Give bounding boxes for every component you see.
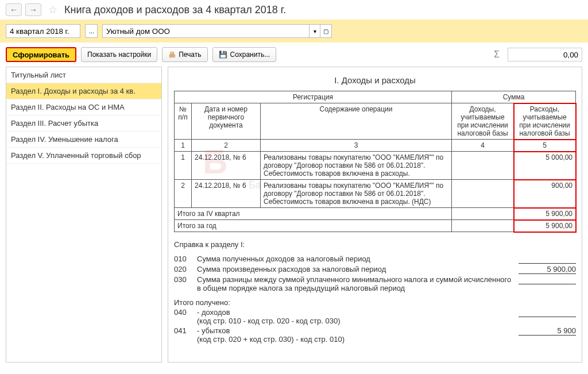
sp-code: 040 [174,308,197,317]
favorite-star-icon[interactable]: ☆ [48,3,57,16]
sum-field[interactable] [508,48,582,61]
forward-button[interactable]: → [25,3,41,16]
col-number: 5 [514,140,576,152]
th-op: Содержание операции [261,103,452,140]
cell-expense: 900,00 [514,180,576,208]
save-button[interactable]: Сохранить... [212,47,277,62]
sidebar-item[interactable]: Раздел V. Уплаченный торговый сбор [6,148,161,164]
total-expense: 5 900,00 [514,220,576,232]
cell-date: 24.12.2018, № 6 [192,152,261,180]
total-income [452,220,514,232]
cell-op: Реализованы товары покупателю "ООО "КАМЕ… [261,152,452,180]
sp-code: 030 [174,275,197,284]
cell-income [452,152,514,180]
total-label: Итого за IV квартал [175,208,452,220]
organization-input[interactable] [102,24,309,38]
th-income: Доходы, учитываемые при исчислении налог… [452,103,514,140]
sp-value [519,308,576,317]
th-registration: Регистрация [175,91,452,103]
sp-value [519,255,576,264]
sp-text: Сумма полученных доходов за налоговый пе… [197,255,519,263]
table-total-row: Итого за год5 900,00 [175,220,576,232]
cell-num: 1 [175,152,192,180]
period-input[interactable] [6,24,80,38]
sidebar: Титульный листРаздел I. Доходы и расходы… [6,67,162,363]
sp-value: 5 900 [519,326,576,336]
col-number: 3 [261,140,452,152]
sp-text: - доходов(код стр. 010 - код стр. 020 - … [197,308,519,325]
sidebar-item[interactable]: Раздел II. Расходы на ОС и НМА [6,99,161,115]
spravka-row: 010Сумма полученных доходов за налоговый… [174,255,576,264]
cell-date: 24.12.2018, № 6 [192,180,261,208]
table-total-row: Итого за IV квартал5 900,00 [175,208,576,220]
itogo-label: Итого получено: [174,298,576,307]
total-expense: 5 900,00 [514,208,576,220]
report-content: Б Ба I. Доходы и расходы Регистрация Сум… [168,67,582,363]
th-sum: Сумма [452,91,576,103]
spravka-row: 020Сумма произведенных расходов за налог… [174,265,576,274]
spravka-row: 041- убытков(код стр. 020 + код стр. 030… [174,326,576,344]
sidebar-item[interactable]: Раздел III. Расчет убытка [6,115,161,132]
sp-code: 041 [174,326,197,335]
sp-value [519,275,576,284]
spravka-title: Справка к разделу I: [174,240,576,249]
spravka-row: 030Сумма разницы между суммой уплаченног… [174,275,576,292]
col-number: 2 [192,140,261,152]
sidebar-item[interactable]: Раздел I. Доходы и расходы за 4 кв. [6,83,161,99]
col-number: 1 [175,140,192,152]
sidebar-item[interactable]: Титульный лист [6,67,161,83]
kudir-table: Регистрация Сумма № п/п Дата и номер пер… [174,91,576,232]
sigma-icon: Σ [494,49,500,60]
cell-expense: 5 000,00 [514,152,576,180]
sp-text: Сумма разницы между суммой уплаченного м… [197,275,519,292]
show-settings-button[interactable]: Показать настройки [81,47,157,62]
back-button[interactable]: ← [6,3,22,16]
sp-value: 5 900,00 [519,265,576,274]
cell-income [452,180,514,208]
sp-code: 010 [174,255,197,263]
organization-open-button[interactable]: ▢ [320,24,332,38]
table-row: 124.12.2018, № 6Реализованы товары покуп… [175,152,576,180]
spravka-row: 040- доходов(код стр. 010 - код стр. 020… [174,308,576,325]
sp-text: - убытков(код стр. 020 + код стр. 030) -… [197,326,519,344]
sp-text: Сумма произведенных расходов за налоговы… [197,265,519,273]
total-income [452,208,514,220]
print-button[interactable]: Печать [162,47,207,62]
total-label: Итого за год [175,220,452,232]
cell-op: Реализованы товары покупателю "ООО "КАМЕ… [261,180,452,208]
table-row: 224.12.2018, № 6Реализованы товары покуп… [175,180,576,208]
th-date: Дата и номер первичного документа [192,103,261,140]
th-num: № п/п [175,103,192,140]
section-title: I. Доходы и расходы [174,75,576,85]
th-expense: Расходы, учитываемые при исчислении нало… [514,103,576,140]
cell-num: 2 [175,180,192,208]
sidebar-item[interactable]: Раздел IV. Уменьшение налога [6,132,161,148]
print-icon [168,51,176,59]
sp-code: 020 [174,265,197,273]
save-icon [219,51,227,59]
generate-button[interactable]: Сформировать [6,47,76,62]
period-picker-button[interactable]: ... [85,24,98,38]
page-title: Книга доходов и расходов за 4 квартал 20… [64,4,286,16]
organization-dropdown-button[interactable]: ▾ [309,24,320,38]
col-number: 4 [452,140,514,152]
